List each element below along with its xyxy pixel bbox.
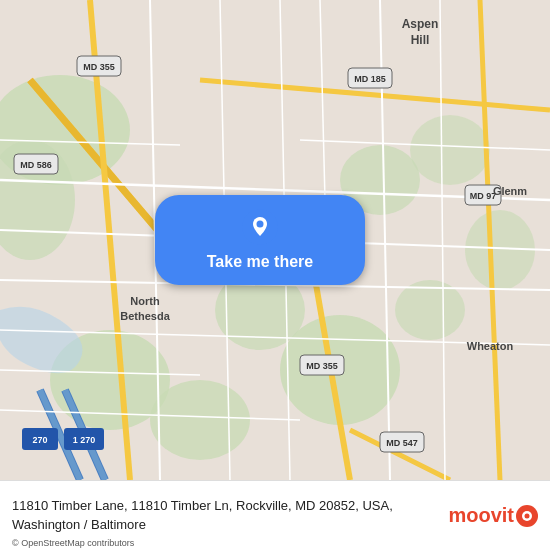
- svg-text:MD 185: MD 185: [354, 74, 386, 84]
- svg-point-51: [525, 513, 530, 518]
- svg-text:270: 270: [32, 435, 47, 445]
- svg-text:North: North: [130, 295, 160, 307]
- moovit-logo-icon: [516, 505, 538, 527]
- svg-text:Hill: Hill: [411, 33, 430, 47]
- osm-credit: © OpenStreetMap contributors: [12, 538, 134, 548]
- take-me-there-label: Take me there: [207, 253, 313, 271]
- take-me-there-button[interactable]: Take me there: [155, 195, 365, 285]
- svg-text:MD 586: MD 586: [20, 160, 52, 170]
- svg-point-4: [150, 380, 250, 460]
- svg-text:MD 355: MD 355: [83, 62, 115, 72]
- svg-text:1 270: 1 270: [73, 435, 96, 445]
- svg-point-6: [410, 115, 490, 185]
- svg-text:Glenm: Glenm: [493, 185, 527, 197]
- moovit-logo-text: moovit: [448, 504, 514, 527]
- location-pin-icon: [242, 209, 278, 245]
- svg-text:Bethesda: Bethesda: [120, 310, 170, 322]
- footer: © OpenStreetMap contributors 11810 Timbe…: [0, 480, 550, 550]
- svg-text:Aspen: Aspen: [402, 17, 439, 31]
- svg-text:MD 547: MD 547: [386, 438, 418, 448]
- svg-text:Wheaton: Wheaton: [467, 340, 514, 352]
- footer-left: © OpenStreetMap contributors 11810 Timbe…: [12, 497, 448, 533]
- svg-text:MD 355: MD 355: [306, 361, 338, 371]
- moovit-logo: moovit: [448, 504, 538, 527]
- svg-point-48: [257, 221, 264, 228]
- map-container: MD 586 MD 355 MD 185 MD 97 MD 355 MD 547…: [0, 0, 550, 480]
- address-text: 11810 Timber Lane, 11810 Timber Ln, Rock…: [12, 497, 448, 533]
